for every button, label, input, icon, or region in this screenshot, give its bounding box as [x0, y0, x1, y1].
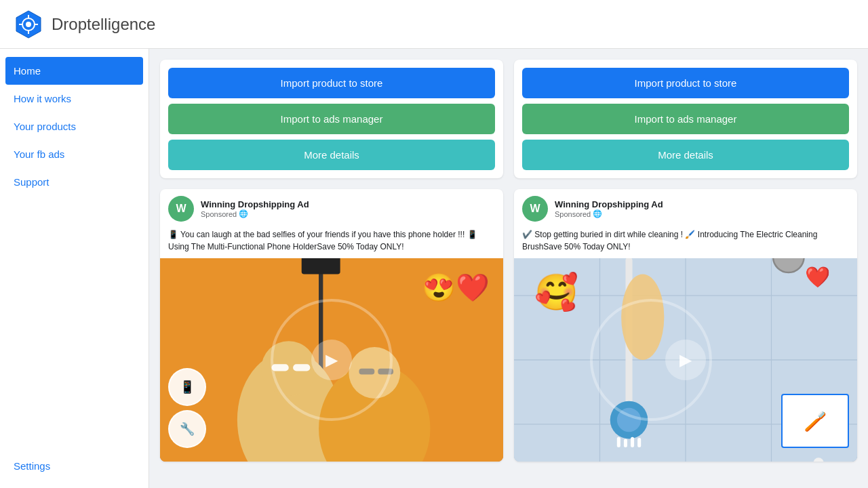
import-store-btn-2[interactable]: Import product to store: [522, 68, 849, 98]
ad-info-1: Winning Dropshipping Ad Sponsored 🌐: [201, 199, 309, 218]
ad-image-2[interactable]: 🥰 ❤️ 🪥 ▶: [514, 258, 857, 462]
ad-sponsored-2: Sponsored 🌐: [555, 209, 663, 218]
app-header: Droptelligence: [0, 0, 868, 49]
import-ads-btn-1[interactable]: Import to ads manager: [168, 104, 495, 134]
svg-rect-32: [637, 438, 641, 447]
sidebar: Home How it works Your products Your fb …: [0, 49, 149, 488]
ad-header-1: W Winning Dropshipping Ad Sponsored 🌐: [160, 189, 503, 228]
ad-card-cleaning-brush: W Winning Dropshipping Ad Sponsored 🌐 ✔️…: [514, 189, 857, 462]
sidebar-item-your-fb-ads[interactable]: Your fb ads: [0, 140, 149, 168]
emoji-hearts-3: ❤️: [805, 265, 830, 289]
play-button-1[interactable]: ▶: [311, 340, 352, 380]
sidebar-item-how-it-works[interactable]: How it works: [0, 85, 149, 113]
svg-rect-29: [617, 437, 620, 447]
product-circles: 📱 🔧: [168, 368, 206, 448]
sidebar-spacer: [0, 196, 149, 452]
svg-rect-9: [302, 258, 340, 274]
sidebar-item-support[interactable]: Support: [0, 168, 149, 196]
card-2-buttons: Import product to store Import to ads ma…: [514, 60, 857, 178]
more-details-btn-2[interactable]: More details: [522, 140, 849, 170]
product-card-1: Import product to store Import to ads ma…: [160, 60, 503, 178]
product-circle-1: 📱: [168, 368, 206, 406]
emoji-hearts-2: 🥰: [534, 272, 578, 313]
import-store-btn-1[interactable]: Import product to store: [168, 68, 495, 98]
play-button-2[interactable]: ▶: [665, 340, 706, 380]
sidebar-item-your-products[interactable]: Your products: [0, 113, 149, 140]
ad-avatar-2: W: [522, 196, 548, 222]
ad-page-name-2: Winning Dropshipping Ad: [555, 199, 663, 209]
ad-avatar-1: W: [168, 196, 194, 222]
svg-rect-31: [631, 437, 634, 447]
globe-icon-1: 🌐: [239, 209, 248, 218]
emoji-hearts-1: 😍❤️: [422, 272, 490, 304]
sidebar-item-home[interactable]: Home: [5, 57, 143, 85]
more-details-btn-1[interactable]: More details: [168, 140, 495, 170]
ad-image-1[interactable]: 📱 🔧 😍❤️ ▶: [160, 258, 503, 462]
card-1-buttons: Import product to store Import to ads ma…: [160, 60, 503, 178]
ad-card-phone-holder: W Winning Dropshipping Ad Sponsored 🌐 📱 …: [160, 189, 503, 462]
ad-sponsored-1: Sponsored 🌐: [201, 209, 309, 218]
ad-info-2: Winning Dropshipping Ad Sponsored 🌐: [555, 199, 663, 218]
content-area: Import product to store Import to ads ma…: [149, 49, 868, 488]
app-logo-icon: [14, 9, 43, 39]
ad-header-2: W Winning Dropshipping Ad Sponsored 🌐: [514, 189, 857, 228]
ad-text-1: 📱 You can laugh at the bad selfies of yo…: [160, 228, 503, 258]
sidebar-item-settings[interactable]: Settings: [0, 452, 149, 480]
product-card-2: Import product to store Import to ads ma…: [514, 60, 857, 178]
ad-page-name-1: Winning Dropshipping Ad: [201, 199, 309, 209]
product-thumbnail: 🪥: [781, 394, 849, 448]
import-ads-btn-2[interactable]: Import to ads manager: [522, 104, 849, 134]
main-layout: Home How it works Your products Your fb …: [0, 49, 868, 488]
product-circle-2: 🔧: [168, 410, 206, 448]
svg-rect-30: [624, 439, 627, 447]
app-title: Droptelligence: [52, 15, 155, 34]
svg-point-2: [26, 22, 31, 27]
ad-text-2: ✔️ Stop getting buried in dirt while cle…: [514, 228, 857, 258]
globe-icon-2: 🌐: [593, 209, 602, 218]
